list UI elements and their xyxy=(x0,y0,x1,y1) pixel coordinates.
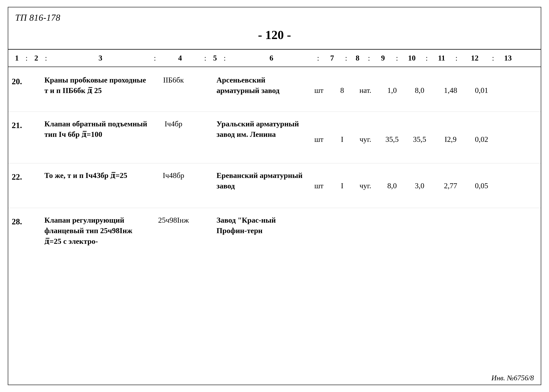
col-header-12: 12 xyxy=(458,53,492,63)
cell-22-12: 2,77 xyxy=(433,170,468,191)
sep-2-3: : xyxy=(45,54,47,63)
cell-21-13: 0,02 xyxy=(468,119,495,145)
table-row: 22. То же, т и п Iч4Збр д̅=25 Iч48бр Ере… xyxy=(8,163,541,208)
col-header-5: 5 xyxy=(206,53,224,63)
cell-21-code: Iч4бр xyxy=(149,119,198,129)
cell-22-code: Iч48бр xyxy=(149,170,198,181)
cell-21-11: 35,5 xyxy=(406,119,433,145)
column-headers: 1 : 2 : 3 : 4 : 5 : 6 : 7 : 8 : 9 xyxy=(8,49,541,67)
sep-7-8: : xyxy=(345,54,347,63)
col-header-1: 1 xyxy=(8,53,25,63)
col-header-8: 8 xyxy=(347,53,368,63)
cell-20-12: 1,48 xyxy=(433,75,468,96)
cell-22-11: 3,0 xyxy=(406,170,433,191)
cell-20-13: 0,01 xyxy=(468,75,495,96)
col-header-4: 4 xyxy=(156,53,204,63)
cell-21-12: I2,9 xyxy=(433,119,468,145)
col-header-2: 2 xyxy=(28,53,45,63)
sep-8-9: : xyxy=(368,54,370,63)
row-num-28: 28. xyxy=(8,215,25,227)
sep-10-11: : xyxy=(426,54,428,63)
col-header-3: 3 xyxy=(47,53,154,63)
cell-22-8: I xyxy=(332,170,353,191)
col-header-10: 10 xyxy=(398,53,426,63)
page-header: ТП 816-178 - 120 - xyxy=(8,7,541,49)
col-header-6: 6 xyxy=(226,53,317,63)
cell-28-name: Клапан регулирующий фланцевый тип 25ч98I… xyxy=(43,215,149,247)
cell-20-mfr: Арсеньевский арматурный завод xyxy=(215,75,306,96)
cell-20-9: нат. xyxy=(353,75,378,96)
page-container: ТП 816-178 - 120 - 1 : 2 : 3 : 4 : 5 : 6… xyxy=(8,7,541,385)
cell-20-8: 8 xyxy=(332,75,353,96)
cell-22-13: 0,05 xyxy=(468,170,495,191)
cell-22-name: То же, т и п Iч4Збр д̅=25 xyxy=(43,170,149,181)
cell-21-name: Клапан обратный подъемный тип Iч 6бр д̅=… xyxy=(43,119,149,140)
footer: Инв. №6756/8 xyxy=(8,372,541,385)
table-body: 20. Краны пробковые проходные т и п IIБ6… xyxy=(8,67,541,372)
col-header-7: 7 xyxy=(319,53,345,63)
col-header-13: 13 xyxy=(494,53,522,63)
page-number: - 120 - xyxy=(15,23,534,46)
cell-21-7: шт xyxy=(306,119,332,145)
cell-21-10: 35,5 xyxy=(378,119,406,145)
cell-22-7: шт xyxy=(306,170,332,191)
cell-20-name: Краны пробковые проходные т и п IIБ6бк д… xyxy=(43,75,149,96)
table-row: 21. Клапан обратный подъемный тип Iч 6бр… xyxy=(8,112,541,163)
cell-20-11: 8,0 xyxy=(406,75,433,96)
cell-28-code: 25ч98Iнж xyxy=(149,215,198,226)
row-num-21: 21. xyxy=(8,119,25,131)
table-row: 20. Краны пробковые проходные т и п IIБ6… xyxy=(8,67,541,112)
sep-11-12: : xyxy=(455,54,458,63)
cell-22-10: 8,0 xyxy=(378,170,406,191)
sep-3-4: : xyxy=(154,54,156,63)
row-num-20: 20. xyxy=(8,75,25,87)
doc-title: ТП 816-178 xyxy=(15,13,534,23)
col-header-11: 11 xyxy=(428,53,455,63)
sep-4-5: : xyxy=(204,54,206,63)
cell-20-code: IIБ6бк xyxy=(149,75,198,85)
cell-21-8: I xyxy=(332,119,353,145)
cell-28-mfr: Завод "Крас-ный Профин-терн xyxy=(215,215,306,236)
sep-5-6: : xyxy=(224,54,226,63)
cell-22-9: чуг. xyxy=(353,170,378,191)
sep-1-2: : xyxy=(25,54,28,63)
table-row: 28. Клапан регулирующий фланцевый тип 25… xyxy=(8,208,541,372)
sep-6-7: : xyxy=(317,54,319,63)
cell-20-7: шт xyxy=(306,75,332,96)
col-header-9: 9 xyxy=(370,53,396,63)
cell-21-9: чуг. xyxy=(353,119,378,145)
sep-9-10: : xyxy=(396,54,398,63)
cell-20-10: 1,0 xyxy=(378,75,406,96)
inventory-number: Инв. №6756/8 xyxy=(491,374,534,382)
row-num-22: 22. xyxy=(8,170,25,182)
cell-21-mfr: Уральский арматурный завод им. Ленина xyxy=(215,119,306,140)
cell-22-mfr: Ереванский арматурный завод xyxy=(215,170,306,191)
sep-12-13: : xyxy=(492,54,494,63)
